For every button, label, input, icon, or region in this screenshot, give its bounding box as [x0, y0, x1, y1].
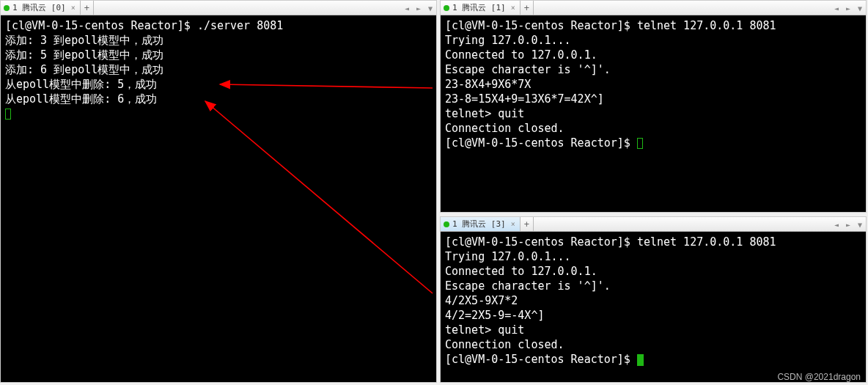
terminal-line: Connected to 127.0.0.1. [445, 265, 597, 278]
terminal-line: Connection closed. [445, 338, 564, 351]
terminal-line: [cl@VM-0-15-centos Reactor]$ telnet 127.… [445, 19, 776, 32]
terminal-line: 23-8=15X4+9=13X6*7=42X^] [445, 92, 604, 106]
tab-add-button[interactable]: + [81, 1, 94, 15]
tab-next-icon[interactable]: ► [413, 4, 424, 12]
tab-next-icon[interactable]: ► [842, 4, 854, 12]
tab-prev-icon[interactable]: ◄ [831, 4, 842, 12]
terminal-line: 4/2X5-9X7*2 [445, 294, 518, 307]
cursor-icon [5, 109, 11, 120]
terminal-line: 添加: 3 到epoll模型中，成功 [5, 34, 163, 47]
status-dot-icon [444, 5, 449, 11]
tab-label: 1 腾讯云 [0] [12, 2, 66, 13]
terminal-pane-top-right: 1 腾讯云 [1] × + ◄ ► ▼ [cl@VM-0-15-centos R… [440, 0, 867, 213]
tab-add-button[interactable]: + [521, 1, 534, 15]
terminal-pane-left: 1 腾讯云 [0] × + ◄ ► ▼ [cl@VM-0-15-centos R… [0, 0, 437, 383]
tabbar-left: 1 腾讯云 [0] × + ◄ ► ▼ [1, 1, 436, 15]
tab-prev-icon[interactable]: ◄ [401, 4, 413, 12]
terminal-line: [cl@VM-0-15-centos Reactor]$ ./server 80… [5, 19, 283, 32]
terminal-line: Trying 127.0.0.1... [445, 250, 571, 263]
terminal-output-top-right[interactable]: [cl@VM-0-15-centos Reactor]$ telnet 127.… [441, 15, 866, 212]
tab-tencent-1[interactable]: 1 腾讯云 [1] × [441, 1, 521, 15]
cursor-icon [637, 354, 644, 366]
terminal-pane-bottom-right: 1 腾讯云 [3] × + ◄ ► ▼ [cl@VM-0-15-centos R… [440, 216, 867, 383]
tab-nav: ◄ ► ▼ [831, 217, 866, 232]
tab-menu-icon[interactable]: ▼ [424, 4, 436, 12]
terminal-line: Connection closed. [445, 122, 564, 135]
close-icon[interactable]: × [511, 220, 515, 228]
tabbar-bottom-right: 1 腾讯云 [3] × + ◄ ► ▼ [441, 217, 866, 232]
terminal-output-left[interactable]: [cl@VM-0-15-centos Reactor]$ ./server 80… [1, 15, 436, 382]
tabbar-top-right: 1 腾讯云 [1] × + ◄ ► ▼ [441, 1, 866, 15]
terminal-line: Trying 127.0.0.1... [445, 34, 571, 47]
terminal-line: [cl@VM-0-15-centos Reactor]$ telnet 127.… [445, 235, 776, 249]
tab-menu-icon[interactable]: ▼ [854, 221, 866, 229]
terminal-line: telnet> quit [445, 323, 524, 337]
tab-tencent-0[interactable]: 1 腾讯云 [0] × [1, 1, 81, 15]
terminal-line: 4/2=2X5-9=-4X^] [445, 309, 544, 322]
cursor-icon [637, 138, 643, 149]
status-dot-icon [444, 221, 449, 227]
tab-label: 1 腾讯云 [1] [452, 2, 506, 13]
tab-next-icon[interactable]: ► [842, 221, 854, 229]
close-icon[interactable]: × [71, 4, 76, 12]
terminal-line: Escape character is '^]'. [445, 63, 611, 76]
terminal-line: [cl@VM-0-15-centos Reactor]$ [445, 353, 637, 366]
terminal-line: 添加: 6 到epoll模型中，成功 [5, 63, 163, 76]
terminal-output-bottom-right[interactable]: [cl@VM-0-15-centos Reactor]$ telnet 127.… [441, 232, 866, 382]
terminal-line: 从epoll模型中删除: 5，成功 [5, 78, 157, 91]
terminal-line: Connected to 127.0.0.1. [445, 48, 597, 62]
tab-tencent-3[interactable]: 1 腾讯云 [3] × [441, 217, 521, 231]
watermark-text: CSDN @2021dragon [777, 372, 861, 382]
terminal-line: 从epoll模型中删除: 6，成功 [5, 92, 157, 106]
tab-menu-icon[interactable]: ▼ [854, 4, 866, 12]
terminal-line: 添加: 5 到epoll模型中，成功 [5, 48, 163, 62]
tab-add-button[interactable]: + [521, 217, 534, 231]
terminal-line: [cl@VM-0-15-centos Reactor]$ [445, 136, 637, 150]
tab-label: 1 腾讯云 [3] [452, 219, 506, 230]
tab-prev-icon[interactable]: ◄ [831, 221, 842, 229]
terminal-line: 23-8X4+9X6*7X [445, 78, 531, 91]
terminal-line: telnet> quit [445, 107, 524, 120]
tab-nav: ◄ ► ▼ [401, 1, 436, 15]
status-dot-icon [4, 5, 10, 11]
tab-nav: ◄ ► ▼ [831, 1, 866, 15]
close-icon[interactable]: × [511, 4, 515, 12]
terminal-line: Escape character is '^]'. [445, 279, 611, 293]
